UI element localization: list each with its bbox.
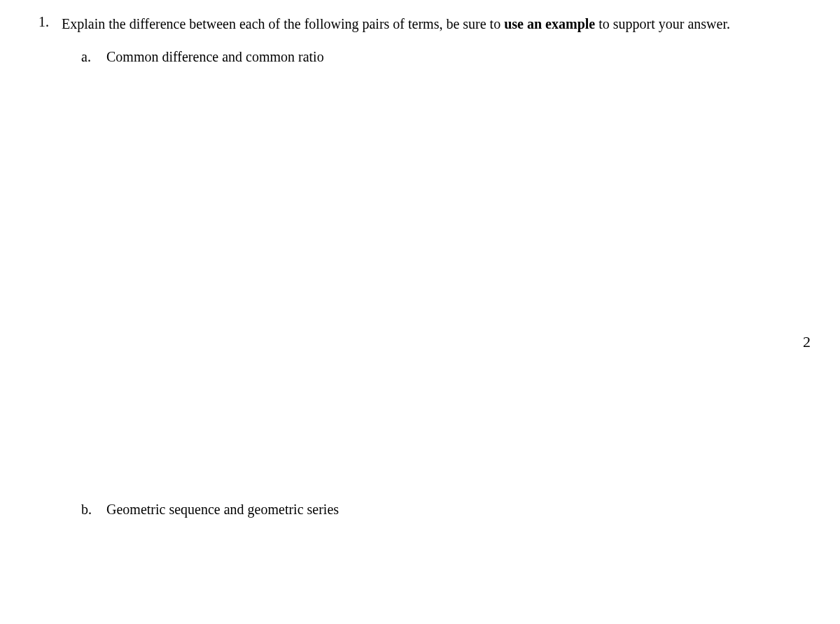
question-text: Explain the difference between each of t… [62, 14, 812, 34]
question-body: Explain the difference between each of t… [62, 14, 812, 518]
answer-space-a [62, 65, 812, 502]
sub-item-text-a: Common difference and common ratio [106, 49, 812, 65]
question-container: 1. Explain the difference between each o… [28, 14, 812, 518]
question-text-bold: use an example [504, 16, 595, 31]
sub-item-text-b: Geometric sequence and geometric series [106, 502, 812, 518]
sub-item-a: a. Common difference and common ratio [81, 49, 812, 65]
margin-mark: 2 [803, 333, 811, 351]
sub-item-letter-a: a. [81, 49, 95, 65]
question-text-part2: to support your answer. [595, 16, 730, 31]
sub-item-b: b. Geometric sequence and geometric seri… [81, 502, 812, 518]
sub-item-letter-b: b. [81, 502, 95, 518]
question-number: 1. [28, 14, 49, 518]
question-text-part1: Explain the difference between each of t… [62, 16, 504, 31]
